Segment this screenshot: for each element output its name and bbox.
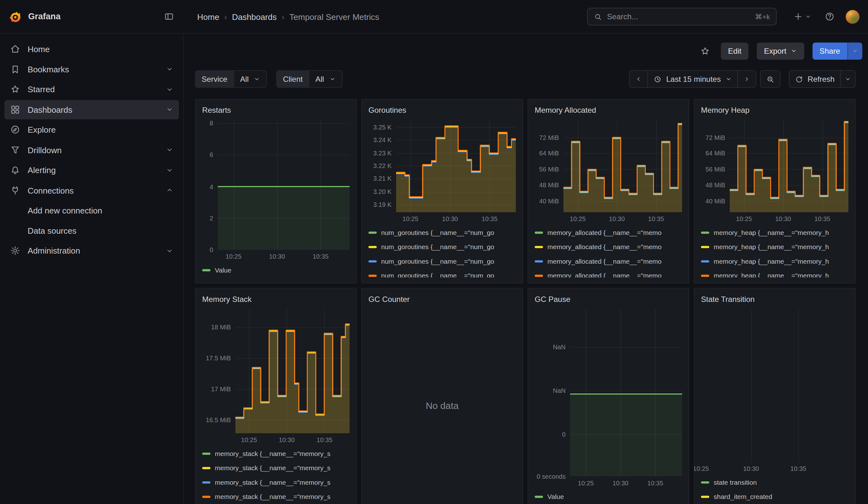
chart-plot[interactable]	[570, 309, 682, 476]
user-avatar[interactable]	[846, 10, 859, 24]
panel-header[interactable]: Memory Stack	[202, 294, 350, 309]
chevron-up-icon[interactable]	[166, 186, 174, 194]
sidebar-item-add-new-connection[interactable]: Add new connection	[4, 200, 179, 220]
chart-plot[interactable]	[730, 119, 848, 212]
chevron-down-icon[interactable]	[166, 146, 174, 154]
x-axis-label: 10:25	[570, 216, 586, 222]
legend-item[interactable]: num_goroutines {__name__="num_go	[368, 225, 516, 240]
legend-item[interactable]: num_goroutines {__name__="num_go	[368, 254, 516, 269]
sidebar-item-data-sources[interactable]: Data sources	[4, 221, 179, 240]
variable-value-dropdown[interactable]: All	[234, 70, 267, 88]
legend-item[interactable]: memory_allocated {__name__="memo	[535, 240, 682, 255]
sidebar-item-administration[interactable]: Administration	[4, 241, 179, 260]
time-range-label: Last 15 minutes	[666, 74, 721, 83]
legend-item[interactable]: memory_allocated {__name__="memo	[535, 225, 682, 240]
legend-color-swatch	[535, 275, 543, 277]
chevron-down-icon[interactable]	[166, 65, 174, 73]
y-axis-label: 64 MiB	[539, 150, 559, 157]
panel-header[interactable]: Restarts	[202, 105, 350, 120]
sidebar-item-alerting[interactable]: Alerting	[4, 161, 179, 180]
favorite-star-button[interactable]	[698, 43, 712, 58]
legend-item[interactable]: memory_heap {__name__="memory_h	[701, 254, 848, 269]
time-range-picker[interactable]: Last 15 minutes	[647, 70, 738, 88]
edit-button[interactable]: Edit	[721, 42, 749, 59]
time-shift-back-button[interactable]	[629, 70, 648, 88]
y-axis-label: 3.25 K	[373, 124, 392, 131]
sidebar-item-dashboards[interactable]: Dashboards	[4, 100, 179, 119]
chevron-down-icon[interactable]	[166, 105, 174, 113]
gear-icon	[10, 245, 21, 256]
legend-item[interactable]: memory_allocated {__name__="memo	[535, 269, 682, 278]
legend-item[interactable]: Value	[202, 263, 350, 278]
legend-item[interactable]: num_goroutines {__name__="num_go	[368, 240, 516, 255]
panel-body: 8642010:2510:3010:35Value	[202, 119, 350, 278]
legend: memory_stack {__name__="memory_smemory_s…	[202, 446, 350, 504]
chevron-down-icon[interactable]	[166, 247, 174, 255]
legend-color-swatch	[202, 453, 210, 455]
legend-item[interactable]: memory_stack {__name__="memory_s	[202, 461, 350, 475]
legend-item[interactable]: memory_heap {__name__="memory_h	[701, 269, 848, 278]
legend-item[interactable]: Value	[535, 490, 682, 504]
chart-plot[interactable]	[218, 119, 350, 250]
legend-item[interactable]: memory_stack {__name__="memory_s	[202, 490, 350, 504]
panel-header[interactable]: GC Counter	[368, 294, 516, 309]
breadcrumb-dashboards[interactable]: Dashboards	[232, 12, 277, 21]
legend-item[interactable]: memory_stack {__name__="memory_s	[202, 475, 350, 490]
export-button[interactable]: Export	[757, 42, 804, 59]
chart-svg	[236, 309, 350, 434]
sidebar-item-label: Explore	[28, 125, 174, 134]
chart-area: 72 MiB64 MiB56 MiB48 MiB40 MiB	[535, 119, 682, 212]
sidebar-toggle-button[interactable]	[162, 10, 176, 24]
share-button[interactable]: Share	[813, 42, 847, 59]
dashboard-toolbar: Edit Export Share	[184, 34, 868, 62]
chevron-down-icon[interactable]	[166, 85, 174, 93]
y-axis-label: 4	[209, 183, 213, 190]
legend-item[interactable]: num_goroutines {__name__="num_go	[368, 269, 516, 278]
help-button[interactable]	[823, 10, 837, 24]
time-shift-forward-button[interactable]	[737, 70, 756, 88]
y-axis-label: 56 MiB	[705, 166, 725, 173]
chevron-down-icon	[725, 76, 732, 82]
legend-item[interactable]: shard_item_created	[701, 490, 848, 504]
legend-item[interactable]: memory_allocated {__name__="memo	[535, 254, 682, 269]
panel-header[interactable]: State Transition	[701, 294, 848, 309]
panel-title: GC Counter	[368, 294, 410, 305]
refresh-button[interactable]: Refresh	[789, 70, 841, 88]
refresh-interval-button[interactable]	[840, 70, 856, 88]
sidebar-item-label: Bookmarks	[28, 64, 159, 74]
panel-header[interactable]: Memory Allocated	[535, 105, 682, 120]
panel-header[interactable]: GC Pause	[535, 294, 682, 309]
sidebar-item-label: Administration	[28, 246, 159, 256]
y-axis: 72 MiB64 MiB56 MiB48 MiB40 MiB	[701, 119, 730, 212]
sidebar-item-bookmarks[interactable]: Bookmarks	[4, 59, 179, 79]
legend-item[interactable]: state transition	[701, 475, 848, 490]
panel-body: 3.25 K3.24 K3.23 K3.22 K3.21 K3.20 K3.19…	[368, 119, 516, 278]
sidebar-item-starred[interactable]: Starred	[4, 80, 179, 99]
sidebar-item-explore[interactable]: Explore	[4, 120, 179, 139]
panel-header[interactable]: Memory Heap	[701, 105, 848, 120]
panel-header[interactable]: Goroutines	[368, 105, 516, 120]
chart-plot[interactable]	[236, 309, 350, 434]
variable-value-dropdown[interactable]: All	[309, 70, 342, 88]
sidebar-item-connections[interactable]: Connections	[4, 180, 179, 199]
sidebar-item-drilldown[interactable]: Drilldown	[4, 140, 179, 160]
legend-item[interactable]: memory_stack {__name__="memory_s	[202, 446, 350, 461]
chart-plot[interactable]	[701, 309, 848, 462]
search-input[interactable]: Search... ⌘+k	[587, 8, 776, 25]
x-axis-label: 10:25	[241, 437, 257, 443]
chart-plot[interactable]	[396, 119, 516, 212]
variable-selected-value: All	[315, 74, 324, 83]
chevron-right-icon	[743, 76, 750, 82]
chevron-down-icon[interactable]	[166, 166, 174, 174]
add-new-button[interactable]	[791, 10, 814, 24]
chart-plot[interactable]	[564, 119, 682, 212]
chevron-down-icon	[852, 48, 859, 54]
zoom-out-button[interactable]	[760, 70, 781, 88]
filter-row: ServiceAllClientAll Last 15 minutes	[184, 61, 868, 88]
share-dropdown-button[interactable]	[847, 42, 862, 59]
x-axis-label: 10:35	[814, 216, 830, 222]
legend-item[interactable]: memory_heap {__name__="memory_h	[701, 225, 848, 240]
sidebar-item-home[interactable]: Home	[4, 39, 179, 59]
legend-item[interactable]: memory_heap {__name__="memory_h	[701, 240, 848, 255]
breadcrumb-home[interactable]: Home	[197, 12, 219, 21]
